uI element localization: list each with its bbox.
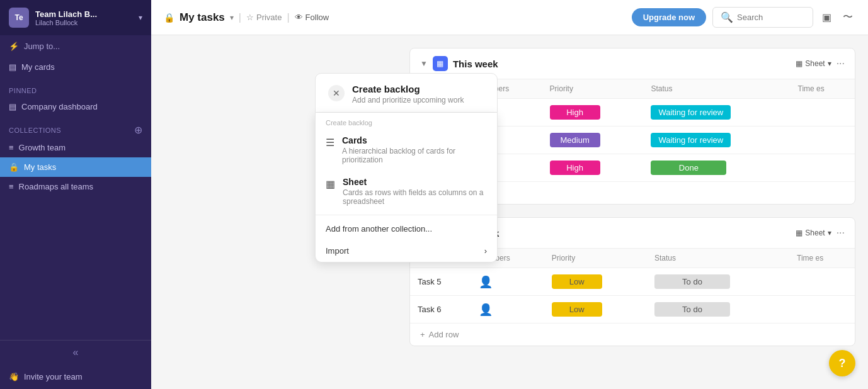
collapse-this-week-button[interactable]: ▼ — [420, 59, 428, 68]
member-icon: 👤 — [479, 276, 493, 288]
status-badge: Waiting for review — [651, 105, 731, 120]
dropdown-menu: Create backlog ☰ Cards A hierarchical ba… — [315, 113, 498, 262]
task-time — [789, 296, 855, 324]
col-status: Status — [643, 79, 790, 99]
topbar-title-area: 🔒 My tasks ▾ | ☆ Private | 👁 Follow — [164, 11, 624, 24]
sidebar-item-growth-team[interactable]: ≡ Growth team — [0, 138, 151, 157]
priority-badge: Low — [552, 302, 602, 317]
team-avatar: Te — [9, 8, 29, 28]
cards-icon: ▤ — [9, 62, 16, 72]
content-area: ✕ Create backlog Add and prioritize upco… — [151, 35, 868, 389]
chevron-icon: ▾ — [828, 59, 831, 68]
hand-icon: 👋 — [9, 372, 19, 381]
upgrade-button[interactable]: Upgrade now — [632, 8, 706, 26]
dropdown-sheet-option[interactable]: ▦ Sheet Cards as rows with fields as col… — [316, 171, 497, 212]
sheet-label: Sheet — [805, 59, 825, 68]
create-backlog-dropdown: ✕ Create backlog Add and prioritize upco… — [315, 73, 498, 262]
next-week-title: Next week — [453, 228, 791, 239]
this-week-icon: ▦ — [433, 56, 448, 71]
col-priority: Priority — [542, 79, 644, 99]
table-row: Task 6 👤 Low To do — [410, 296, 855, 324]
sheet-option-desc: Cards as rows with fields as columns on … — [343, 188, 487, 206]
help-button[interactable]: ? — [829, 350, 855, 376]
grid-icon: ▦ — [796, 59, 802, 68]
my-tasks-label: My tasks — [24, 162, 56, 172]
jump-to-label: Jump to... — [24, 42, 60, 51]
invite-team-button[interactable]: 👋 Invite your team — [0, 364, 151, 389]
star-icon: ☆ — [246, 13, 254, 22]
task-priority: Medium — [542, 127, 644, 154]
topbar-chevron-icon: ▾ — [230, 13, 234, 22]
col-priority-2: Priority — [544, 249, 647, 268]
search-icon: 🔍 — [721, 11, 733, 23]
chevron-down-icon: ▾ — [139, 13, 142, 22]
collections-label: Collections — [9, 127, 61, 134]
task-time — [791, 154, 855, 182]
sidebar-item-my-tasks[interactable]: 🔒 My tasks — [0, 157, 151, 177]
add-row-label-2: Add row — [429, 330, 459, 339]
search-input[interactable] — [737, 13, 800, 22]
next-week-sheet-button[interactable]: ▦ Sheet ▾ — [796, 228, 831, 237]
cards-option-info: Cards A hierarchical backlog of cards fo… — [342, 135, 487, 164]
team-name: Team Lilach B... — [35, 9, 132, 19]
task-status: Waiting for review — [643, 99, 790, 127]
sheet-option-title: Sheet — [343, 177, 487, 187]
sidebar-item-my-cards[interactable]: ▤ My cards — [0, 57, 151, 77]
task-status: To do — [647, 296, 789, 324]
chevron-right-icon: › — [484, 246, 487, 256]
user-name: Lilach Bullock — [35, 19, 132, 26]
sidebar-item-roadmaps[interactable]: ≡ Roadmaps all teams — [0, 177, 151, 196]
this-week-title: This week — [453, 59, 791, 69]
lock-icon: 🔒 — [9, 162, 19, 172]
collapse-sidebar-button[interactable]: « — [0, 341, 151, 364]
sheet-menu-icon: ▦ — [326, 178, 335, 190]
sidebar-bottom: « 👋 Invite your team — [0, 340, 151, 389]
cards-option-title: Cards — [342, 135, 487, 145]
invite-label: Invite your team — [24, 372, 83, 381]
priority-badge: High — [550, 105, 600, 120]
this-week-sheet-button[interactable]: ▦ Sheet ▾ — [796, 59, 831, 68]
status-badge: To do — [654, 302, 730, 317]
sidebar-team-header[interactable]: Te Team Lilach B... Lilach Bullock ▾ — [0, 0, 151, 35]
team-info: Team Lilach B... Lilach Bullock — [35, 9, 132, 26]
backlog-title: Create backlog — [352, 84, 464, 94]
topbar: 🔒 My tasks ▾ | ☆ Private | 👁 Follow Upgr… — [151, 0, 868, 35]
backlog-subtitle: Add and prioritize upcoming work — [352, 96, 464, 104]
task-priority: High — [542, 154, 644, 182]
private-label: ☆ Private — [246, 13, 282, 22]
add-from-collection-link[interactable]: Add from another collection... — [316, 218, 497, 240]
task-status: Waiting for review — [643, 127, 790, 154]
jump-to-button[interactable]: ⚡ Jump to... — [0, 35, 151, 57]
col-time: Time es — [791, 79, 855, 99]
follow-button[interactable]: 👁 Follow — [295, 13, 329, 22]
topbar-actions: Upgrade now 🔍 ▣ 〜 — [632, 7, 855, 28]
task-priority: Low — [544, 268, 647, 296]
follow-text: Follow — [306, 13, 329, 22]
dropdown-cards-option[interactable]: ☰ Cards A hierarchical backlog of cards … — [316, 129, 497, 171]
company-dashboard-label: Company dashboard — [21, 102, 98, 111]
task-status: To do — [647, 268, 789, 296]
backlog-header: ✕ Create backlog Add and prioritize upco… — [315, 73, 498, 113]
collapse-icon: « — [73, 347, 79, 358]
sidebar: Te Team Lilach B... Lilach Bullock ▾ ⚡ J… — [0, 0, 151, 389]
next-week-more-button[interactable]: ··· — [837, 227, 845, 239]
add-row-button-2[interactable]: + Add row — [410, 324, 855, 346]
activity-button[interactable]: 〜 — [840, 8, 855, 26]
search-box[interactable]: 🔍 — [712, 7, 813, 28]
this-week-more-button[interactable]: ··· — [837, 58, 845, 69]
import-label: Import — [326, 246, 349, 256]
topbar-lock-icon: 🔒 — [164, 13, 174, 23]
sidebar-item-company-dashboard[interactable]: ▤ Company dashboard — [0, 97, 151, 116]
sidebar-toggle-button[interactable]: ▣ — [819, 9, 834, 26]
this-week-actions: ▦ Sheet ▾ ··· — [796, 58, 845, 69]
lightning-icon: ⚡ — [9, 42, 19, 51]
page-title: My tasks — [180, 11, 225, 24]
status-badge: To do — [654, 274, 730, 289]
close-button[interactable]: ✕ — [328, 85, 345, 101]
backlog-info: Create backlog Add and prioritize upcomi… — [352, 84, 464, 104]
task-title: Task 6 — [410, 296, 471, 324]
member-icon: 👤 — [479, 303, 493, 316]
priority-badge: Low — [552, 274, 602, 289]
import-option[interactable]: Import › — [316, 240, 497, 262]
add-collection-button[interactable]: ⊕ — [134, 125, 142, 135]
